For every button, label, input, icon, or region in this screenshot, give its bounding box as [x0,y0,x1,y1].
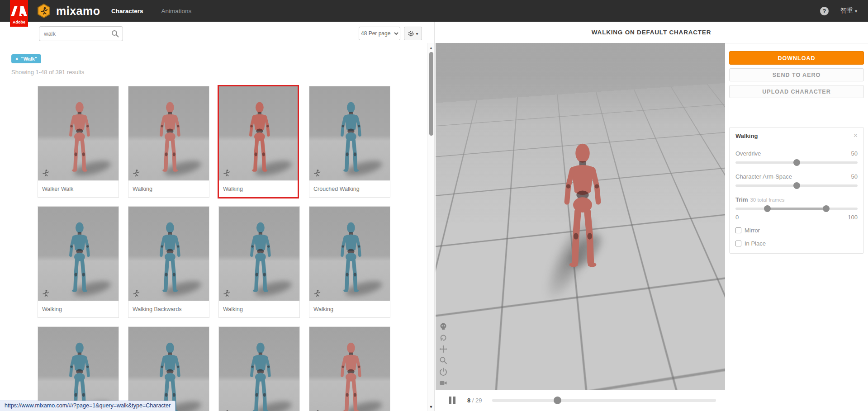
in-place-checkbox[interactable] [735,241,741,246]
animation-thumbnail [309,207,390,301]
trim-range-fill [767,208,826,210]
character-figure [335,220,367,293]
animation-card[interactable]: Crouched Walking [309,86,390,198]
trim-min: 0 [735,214,739,221]
username: 智重 [840,7,853,15]
animation-title: Walker Walk [38,180,119,197]
send-to-aero-button[interactable]: SEND TO AERO [729,68,864,81]
animation-card[interactable]: Walking [218,85,299,198]
mirror-option[interactable]: Mirror [735,227,858,234]
orbit-rotate-icon[interactable] [439,334,447,342]
scrollbar-thumb[interactable] [429,52,433,136]
character-figure [335,340,367,411]
running-man-icon [42,169,49,177]
animation-card[interactable]: Walking [38,206,119,318]
trim-end-handle[interactable] [823,205,830,212]
results-summary: Showing 1-48 of 391 results [11,69,84,76]
filter-chip-walk[interactable]: × "Walk" [11,54,41,63]
arm-space-slider[interactable] [735,184,858,187]
animation-thumbnail [38,327,119,411]
tab-animations[interactable]: Animations [161,8,192,14]
top-navbar: mixamo Characters Animations ? 智重 ▾ [0,0,868,22]
tab-characters[interactable]: Characters [111,8,143,14]
timeline-slider[interactable] [492,399,716,402]
scroll-down-icon[interactable]: ▼ [427,405,435,409]
animation-title: Walking [219,180,298,197]
running-man-icon [132,169,140,177]
animation-thumbnail [309,327,390,411]
help-icon[interactable]: ? [820,7,829,15]
animation-card[interactable] [218,326,300,411]
in-place-label: In Place [745,240,766,247]
trim-slider[interactable] [735,208,858,210]
running-man-icon [42,289,49,297]
trim-max: 100 [848,214,858,221]
results-grid: Walker Walk Walking Walking Crouched Wal… [38,86,390,411]
character-figure [154,220,186,293]
animation-title: Walking [219,301,299,317]
search-box [39,26,123,41]
character-figure [243,100,276,172]
overdrive-slider[interactable] [735,161,858,164]
user-menu[interactable]: 智重 ▾ [840,7,857,15]
running-man-icon [313,169,321,177]
animation-thumbnail [38,207,119,301]
main-nav: Characters Animations [111,0,191,22]
frame-separator: / [470,397,475,404]
viewer-title: WALKING ON DEFAULT CHARACTER [435,22,868,43]
chip-close-icon[interactable]: × [15,56,18,61]
viewer-character[interactable] [554,138,611,270]
search-input[interactable] [44,27,109,41]
mixamo-hexagon-icon [36,3,52,19]
search-results-pane: 48 Per page ▾ × "Walk" Showing 1-48 of 3… [0,22,435,411]
pan-move-icon[interactable] [439,345,447,353]
running-man-icon [132,289,140,297]
upload-character-button[interactable]: UPLOAD CHARACTER [729,85,864,98]
overdrive-handle[interactable] [793,159,800,166]
trim-start-handle[interactable] [764,205,771,212]
running-man-icon [223,289,230,297]
character-figure [335,100,367,172]
results-scrollbar[interactable]: ▲ ▼ [427,43,434,411]
animation-card[interactable]: Walking [218,206,300,318]
3d-viewport[interactable] [436,43,725,390]
per-page-select[interactable]: 48 Per page [359,27,400,40]
close-icon[interactable]: × [854,132,858,140]
mixamo-logo[interactable]: mixamo [36,3,100,19]
settings-title: Walking [735,132,758,139]
search-icon[interactable] [111,30,119,38]
arm-space-handle[interactable] [793,182,800,189]
pause-button[interactable] [449,397,456,404]
overdrive-value: 50 [851,150,858,157]
animation-thumbnail [38,86,119,180]
timeline-handle[interactable] [554,397,561,404]
power-reset-icon[interactable] [439,368,447,376]
animation-title: Walking [38,301,119,317]
settings-gear-button[interactable]: ▾ [404,27,422,40]
adobe-label: Adobe [13,20,25,24]
arm-space-label: Character Arm-Space [735,173,792,180]
arm-space-value: 50 [851,173,858,180]
mirror-label: Mirror [745,227,760,234]
animation-thumbnail [128,327,209,411]
animation-card[interactable] [128,326,209,411]
camera-icon[interactable] [439,379,447,387]
playback-bar: 8 / 29 [436,390,725,411]
animation-thumbnail [128,207,209,301]
animation-card[interactable] [309,326,390,411]
animation-card[interactable]: Walking [128,86,209,198]
download-button[interactable]: DOWNLOAD [729,51,864,65]
in-place-option[interactable]: In Place [735,240,858,247]
character-head-icon[interactable] [439,322,447,331]
character-figure [244,220,277,293]
animation-card[interactable]: Walking [309,206,390,318]
animation-card[interactable]: Walker Walk [38,86,119,198]
animation-card[interactable]: Walking Backwards [128,206,209,318]
scroll-up-icon[interactable]: ▲ [427,46,435,50]
zoom-magnifier-icon[interactable] [439,356,447,364]
animation-card[interactable] [38,326,119,411]
animation-title: Walking [309,301,390,317]
mirror-checkbox[interactable] [735,227,741,233]
adobe-logo[interactable]: Adobe [10,0,28,27]
frame-indicator: 8 / 29 [467,397,482,404]
